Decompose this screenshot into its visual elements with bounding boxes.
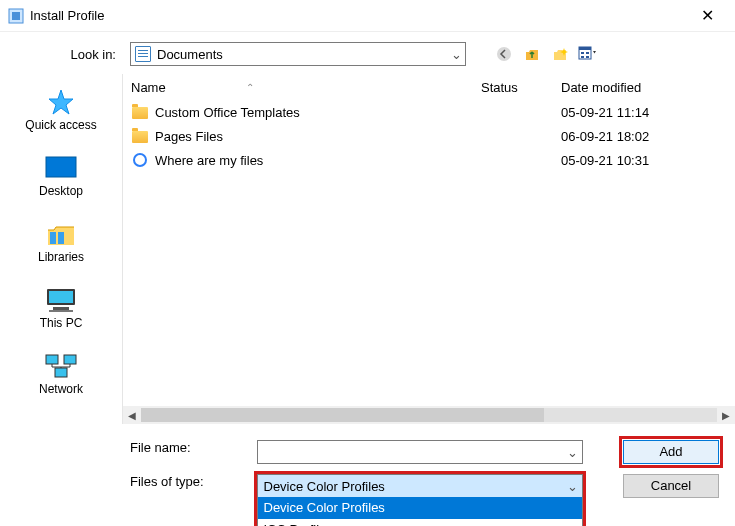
svg-rect-16 xyxy=(49,291,73,303)
col-name[interactable]: Name xyxy=(131,80,166,95)
place-label: Quick access xyxy=(25,118,96,132)
svg-rect-8 xyxy=(581,56,584,58)
desktop-icon xyxy=(43,154,79,182)
place-this-pc[interactable]: This PC xyxy=(0,278,122,344)
documents-icon xyxy=(135,46,151,62)
view-menu-icon[interactable] xyxy=(578,44,598,64)
file-list-pane: Name⌃ Status Date modified Custom Office… xyxy=(122,74,735,424)
file-rows: Custom Office Templates 05-09-21 11:14 P… xyxy=(123,100,735,406)
file-date: 05-09-21 10:31 xyxy=(561,153,727,168)
look-in-select[interactable]: Documents ⌄ xyxy=(130,42,466,66)
file-name-input[interactable]: ⌄ xyxy=(257,440,583,464)
svg-rect-13 xyxy=(50,232,56,244)
horizontal-scrollbar[interactable]: ◀ ▶ xyxy=(123,406,735,424)
svg-rect-18 xyxy=(49,310,73,312)
type-option[interactable]: Device Color Profiles xyxy=(258,497,582,519)
column-headers[interactable]: Name⌃ Status Date modified xyxy=(123,74,735,100)
app-icon xyxy=(8,8,24,24)
type-option[interactable]: ICC Profiles xyxy=(258,519,582,526)
scroll-thumb[interactable] xyxy=(141,408,544,422)
chevron-down-icon[interactable]: ⌄ xyxy=(564,479,582,494)
folder-icon xyxy=(131,104,149,120)
place-label: Network xyxy=(39,382,83,396)
col-status[interactable]: Status xyxy=(481,80,561,95)
sort-indicator-icon: ⌃ xyxy=(246,82,254,93)
scroll-track[interactable] xyxy=(141,408,717,422)
chevron-down-icon: ⌄ xyxy=(447,47,465,62)
file-row[interactable]: Where are my files 05-09-21 10:31 xyxy=(131,148,727,172)
scroll-right-icon[interactable]: ▶ xyxy=(717,410,735,421)
svg-marker-10 xyxy=(49,90,73,114)
cancel-button[interactable]: Cancel xyxy=(623,474,719,498)
file-name: Where are my files xyxy=(155,153,481,168)
svg-point-2 xyxy=(497,47,511,61)
title-bar: Install Profile ✕ xyxy=(0,0,735,32)
svg-rect-17 xyxy=(53,307,69,310)
look-in-label: Look in: xyxy=(14,47,122,62)
edge-link-icon xyxy=(131,152,149,168)
svg-rect-1 xyxy=(12,12,20,20)
quick-access-icon xyxy=(43,88,79,116)
place-network[interactable]: Network xyxy=(0,344,122,410)
svg-rect-20 xyxy=(64,355,76,364)
places-bar: Quick access Desktop Libraries This PC N… xyxy=(0,74,122,424)
file-name: Pages Files xyxy=(155,129,481,144)
files-of-type-value: Device Color Profiles xyxy=(258,479,564,494)
svg-rect-6 xyxy=(581,52,584,54)
file-date: 05-09-21 11:14 xyxy=(561,105,727,120)
up-folder-icon[interactable] xyxy=(522,44,542,64)
files-of-type-dropdown[interactable]: Device Color Profiles ICC Profiles Devic… xyxy=(257,497,583,526)
place-libraries[interactable]: Libraries xyxy=(0,212,122,278)
file-name: Custom Office Templates xyxy=(155,105,481,120)
svg-rect-7 xyxy=(586,52,589,54)
svg-rect-21 xyxy=(55,368,67,377)
file-date: 06-09-21 18:02 xyxy=(561,129,727,144)
file-row[interactable]: Pages Files 06-09-21 18:02 xyxy=(131,124,727,148)
place-label: This PC xyxy=(40,316,83,330)
col-date[interactable]: Date modified xyxy=(561,80,727,95)
place-quick-access[interactable]: Quick access xyxy=(0,80,122,146)
files-of-type-select[interactable]: Device Color Profiles ⌄ xyxy=(257,474,583,498)
network-icon xyxy=(43,352,79,380)
place-label: Libraries xyxy=(38,250,84,264)
look-in-value: Documents xyxy=(155,47,447,62)
file-row[interactable]: Custom Office Templates 05-09-21 11:14 xyxy=(131,100,727,124)
files-of-type-label: Files of type: xyxy=(14,474,257,489)
svg-rect-19 xyxy=(46,355,58,364)
svg-rect-9 xyxy=(586,56,589,58)
back-icon[interactable] xyxy=(494,44,514,64)
scroll-left-icon[interactable]: ◀ xyxy=(123,410,141,421)
folder-icon xyxy=(131,128,149,144)
close-button[interactable]: ✕ xyxy=(687,6,727,25)
file-name-label: File name: xyxy=(14,440,257,455)
this-pc-icon xyxy=(43,286,79,314)
new-folder-icon[interactable] xyxy=(550,44,570,64)
svg-rect-14 xyxy=(58,232,64,244)
svg-rect-11 xyxy=(46,157,76,177)
window-title: Install Profile xyxy=(30,8,687,23)
svg-rect-5 xyxy=(579,47,591,50)
place-label: Desktop xyxy=(39,184,83,198)
chevron-down-icon[interactable]: ⌄ xyxy=(564,445,582,460)
nav-toolbar xyxy=(494,44,598,64)
libraries-icon xyxy=(43,220,79,248)
add-button[interactable]: Add xyxy=(623,440,719,464)
place-desktop[interactable]: Desktop xyxy=(0,146,122,212)
